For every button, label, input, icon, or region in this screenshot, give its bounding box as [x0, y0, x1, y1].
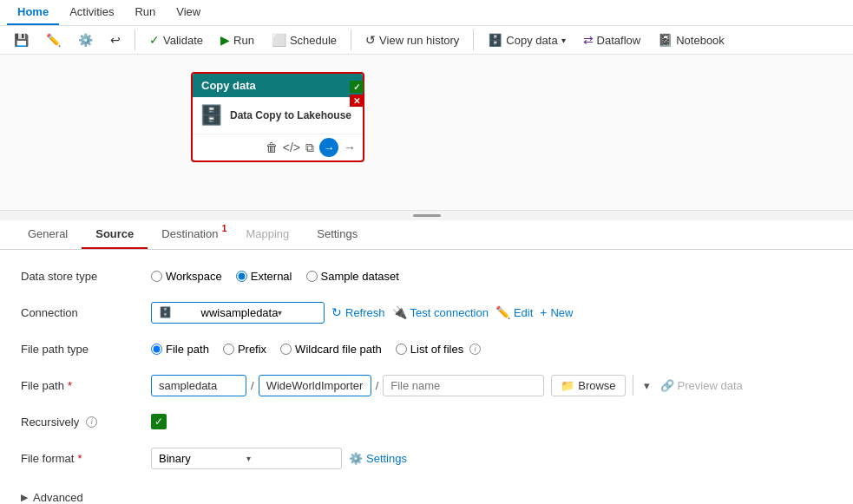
save-button[interactable]: 💾: [7, 29, 36, 50]
gear-icon: ⚙️: [78, 33, 93, 47]
file-path-type-row: File path type File path Prefix Wildcard…: [21, 337, 832, 361]
list-of-files-radio[interactable]: [396, 344, 407, 355]
validate-icon: ✓: [149, 33, 160, 47]
schedule-icon: ⬜: [272, 33, 286, 47]
advanced-label: Advanced: [33, 491, 83, 504]
prefix-radio[interactable]: [223, 344, 234, 355]
workspace-radio[interactable]: [151, 271, 162, 282]
view-run-history-button[interactable]: ↺ View run history: [358, 29, 466, 50]
run-button[interactable]: ▶ Run: [213, 29, 261, 50]
file-format-dropdown[interactable]: Binary ▾: [151, 448, 342, 469]
next-arrow-button[interactable]: →: [319, 138, 338, 157]
settings-button[interactable]: ⚙️: [71, 29, 100, 50]
form-area: Data store type Workspace External Sampl…: [0, 250, 853, 504]
browse-dropdown-caret[interactable]: ▾: [640, 379, 653, 392]
file-path-folder-input[interactable]: [151, 375, 246, 396]
workspace-radio-label[interactable]: Workspace: [151, 270, 222, 283]
tab-settings[interactable]: Settings: [303, 220, 371, 249]
add-icon: +: [540, 305, 547, 319]
dataflow-icon: ⇄: [583, 33, 594, 47]
validate-button[interactable]: ✓ Validate: [142, 29, 210, 50]
file-path-radio[interactable]: [151, 344, 162, 355]
external-radio-label[interactable]: External: [236, 270, 292, 283]
copy-data-card[interactable]: Copy data ✓ ✕ 🗄️ Data Copy to Lakehouse …: [191, 72, 364, 162]
preview-data-link[interactable]: 🔗 Preview data: [660, 379, 743, 392]
history-icon: ↺: [365, 33, 376, 47]
file-path-row: File path * / / 📁 Browse ▾ 🔗 Preview dat…: [21, 373, 832, 397]
run-icon: ▶: [220, 33, 230, 47]
refresh-link[interactable]: ↻ Refresh: [331, 305, 385, 319]
copy-icon[interactable]: ⧉: [305, 141, 314, 155]
menu-view[interactable]: View: [166, 0, 211, 25]
file-format-caret: ▾: [246, 454, 334, 463]
edit-icon: ✏️: [46, 33, 61, 47]
database-icon: 🗄️: [200, 104, 223, 127]
preview-icon: 🔗: [660, 379, 674, 392]
code-icon[interactable]: </>: [283, 141, 300, 154]
advanced-row[interactable]: ▶ Advanced: [21, 482, 832, 504]
schedule-button[interactable]: ⬜ Schedule: [265, 29, 344, 50]
delete-icon[interactable]: 🗑: [266, 141, 278, 154]
tab-destination[interactable]: Destination 1: [148, 220, 232, 249]
wildcard-radio-label[interactable]: Wildcard file path: [280, 343, 382, 356]
refresh-icon: ↻: [331, 305, 342, 319]
edit-link[interactable]: ✏️ Edit: [495, 305, 533, 319]
connection-dropdown[interactable]: 🗄️ wwisampledata ▾: [151, 302, 325, 324]
copy-card-title: Copy data: [201, 79, 256, 92]
tab-mapping[interactable]: Mapping: [232, 220, 303, 249]
forward-icon: →: [344, 141, 356, 154]
wildcard-radio[interactable]: [280, 344, 292, 355]
save-icon: 💾: [14, 33, 29, 47]
file-path-subfolder-input[interactable]: [259, 375, 371, 396]
recursively-controls: ✓: [151, 414, 832, 429]
file-path-required: *: [68, 379, 72, 392]
copy-card-subtitle: Data Copy to Lakehouse: [230, 109, 351, 121]
file-path-radio-label[interactable]: File path: [151, 343, 209, 356]
list-of-files-radio-label[interactable]: List of files i: [396, 343, 481, 356]
connection-label: Connection: [21, 306, 151, 319]
file-path-type-label: File path type: [21, 343, 151, 356]
notebook-button[interactable]: 📓 Notebook: [651, 29, 732, 50]
menu-home[interactable]: Home: [7, 0, 59, 25]
file-format-label: File format *: [21, 452, 151, 465]
edit-button[interactable]: ✏️: [39, 29, 68, 50]
new-link[interactable]: + New: [540, 305, 573, 319]
connection-row: Connection 🗄️ wwisampledata ▾ ↻ Refresh …: [21, 300, 832, 324]
recursively-checkbox[interactable]: ✓: [151, 414, 167, 429]
external-radio[interactable]: [236, 271, 247, 282]
browse-separator: [633, 375, 633, 396]
folder-icon: 📁: [561, 379, 574, 392]
file-path-inputs: / /: [151, 375, 544, 396]
file-path-controls: / / 📁 Browse ▾ 🔗 Preview data: [151, 375, 832, 396]
data-store-type-controls: Workspace External Sample dataset: [151, 270, 832, 283]
recursively-info-icon: i: [86, 416, 97, 428]
file-format-settings-link[interactable]: ⚙️ Settings: [349, 452, 407, 465]
sample-dataset-radio-label[interactable]: Sample dataset: [306, 270, 399, 283]
menu-run[interactable]: Run: [124, 0, 166, 25]
file-path-sep-2: /: [373, 379, 382, 392]
toolbar-separator-1: [135, 29, 135, 50]
browse-button[interactable]: 📁 Browse: [551, 375, 625, 396]
connection-dropdown-caret: ▾: [278, 308, 317, 317]
menu-activities[interactable]: Activities: [59, 0, 124, 25]
data-store-type-label: Data store type: [21, 270, 151, 283]
test-connection-link[interactable]: 🔌 Test connection: [392, 305, 489, 319]
data-store-type-row: Data store type Workspace External Sampl…: [21, 264, 832, 288]
tab-source[interactable]: Source: [82, 220, 148, 249]
undo-icon: ↩: [110, 33, 121, 47]
sample-dataset-radio[interactable]: [306, 271, 318, 282]
copy-data-button[interactable]: 🗄️ Copy data ▾: [481, 29, 572, 50]
canvas: Copy data ✓ ✕ 🗄️ Data Copy to Lakehouse …: [0, 55, 853, 211]
recursively-row: Recursively i ✓: [21, 409, 832, 434]
file-path-label: File path *: [21, 379, 151, 392]
tab-general[interactable]: General: [14, 220, 82, 249]
undo-button[interactable]: ↩: [103, 29, 128, 50]
test-connection-icon: 🔌: [392, 305, 407, 319]
file-path-type-controls: File path Prefix Wildcard file path List…: [151, 343, 832, 356]
connection-value: wwisampledata: [201, 306, 279, 319]
copy-card-body: 🗄️ Data Copy to Lakehouse: [193, 97, 363, 134]
file-name-input[interactable]: [383, 375, 544, 396]
dataflow-button[interactable]: ⇄ Dataflow: [576, 29, 648, 50]
prefix-radio-label[interactable]: Prefix: [223, 343, 266, 356]
connection-db-icon: 🗄️: [159, 306, 198, 318]
